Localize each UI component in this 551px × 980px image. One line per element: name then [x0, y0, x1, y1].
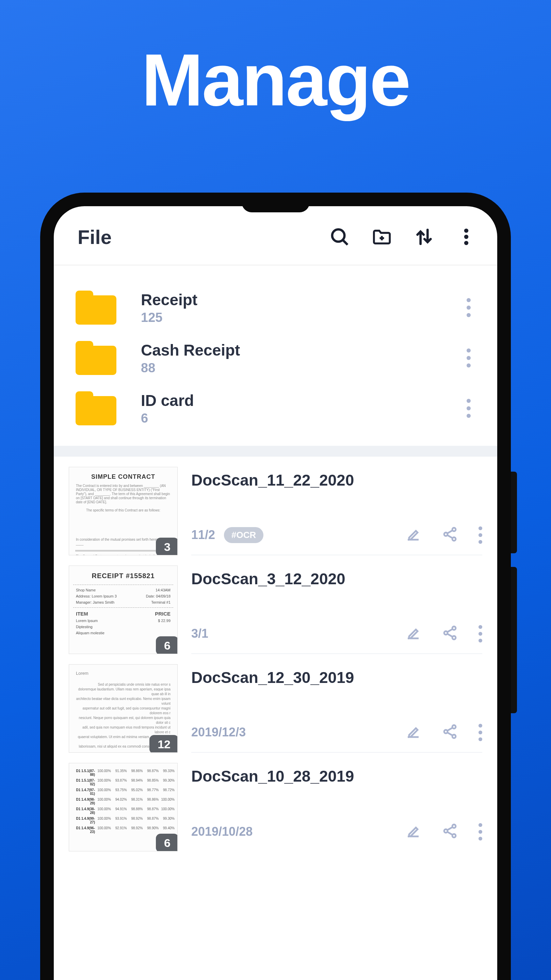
- thumb-title: SIMPLE CONTRACT: [69, 467, 177, 483]
- svg-line-26: [447, 832, 452, 835]
- svg-point-12: [452, 627, 456, 630]
- document-name: DocScan_11_22_2020: [191, 467, 482, 489]
- svg-line-10: [447, 530, 452, 533]
- hero-title: Manage: [0, 0, 551, 123]
- notch: [242, 206, 310, 212]
- svg-line-11: [447, 535, 452, 538]
- edit-icon[interactable]: [405, 625, 421, 643]
- folder-more-icon[interactable]: [462, 298, 475, 317]
- edit-icon[interactable]: [405, 823, 421, 840]
- document-item[interactable]: RECEIPT #155821 Shop Name14:43AM Address…: [54, 555, 497, 654]
- share-icon[interactable]: [442, 724, 458, 741]
- document-more-icon[interactable]: [478, 724, 482, 741]
- search-icon[interactable]: [329, 226, 350, 247]
- page-count-badge: 12: [150, 735, 178, 753]
- thumb-row: Lorem Ipsum$ 22.99: [69, 617, 177, 624]
- share-icon[interactable]: [442, 526, 458, 544]
- folder-icon: [76, 341, 116, 375]
- thumb-text: The specific terms of this Contract are …: [69, 505, 177, 513]
- document-thumbnail: Lorem Sed ut perspiciatis unde omnis ist…: [69, 664, 178, 753]
- thumb-row: D1 1.4.9(99-27)100.00%93.91%98.92%98.87%…: [69, 816, 177, 825]
- svg-line-15: [447, 629, 452, 632]
- folder-icon: [76, 391, 116, 425]
- phone-frame: File Receipt 125: [40, 192, 511, 980]
- folder-count: 125: [141, 310, 462, 325]
- svg-point-24: [452, 834, 456, 837]
- document-name: DocScan_12_30_2019: [191, 664, 482, 687]
- phone-side-button: [511, 567, 517, 713]
- more-icon[interactable]: [456, 226, 477, 247]
- svg-point-5: [464, 235, 468, 239]
- share-icon[interactable]: [442, 823, 458, 840]
- document-item[interactable]: Lorem Sed ut perspiciatis unde omnis ist…: [54, 654, 497, 753]
- thumb-row: D1 1.4.7(97-01)100.00%93.75%95.02%98.77%…: [69, 787, 177, 797]
- svg-point-6: [464, 241, 468, 245]
- svg-point-13: [444, 631, 447, 635]
- thumb-row: Shop Name14:43AM: [69, 587, 177, 593]
- folder-count: 6: [141, 411, 462, 426]
- add-folder-icon[interactable]: [371, 226, 392, 247]
- svg-point-17: [452, 725, 456, 729]
- thumb-row: D1 1.4.9(38-28)100.00%94.91%98.88%98.87%…: [69, 806, 177, 816]
- thumb-row: Manager: James SmithTerminal #1: [69, 599, 177, 605]
- folder-list: Receipt 125 Cash Receipt 88 ID card 6: [54, 266, 497, 446]
- svg-line-16: [447, 634, 452, 637]
- page-count-badge: 6: [156, 834, 178, 851]
- document-more-icon[interactable]: [478, 823, 482, 840]
- document-list: SIMPLE CONTRACT The Contract is entered …: [54, 457, 497, 851]
- folder-item[interactable]: Cash Receipt 88: [54, 333, 497, 383]
- svg-point-9: [452, 537, 456, 541]
- section-divider: [54, 446, 497, 457]
- thumb-row: Address: Lorem Ipsum 3Date: 04/09/18: [69, 593, 177, 599]
- folder-icon: [76, 291, 116, 325]
- folder-name: Cash Receipt: [141, 341, 462, 360]
- svg-point-0: [332, 229, 344, 242]
- document-more-icon[interactable]: [478, 625, 482, 643]
- svg-point-19: [452, 735, 456, 738]
- document-item[interactable]: SIMPLE CONTRACT The Contract is entered …: [54, 457, 497, 555]
- svg-point-23: [444, 829, 447, 833]
- thumb-row: Aliquam molestie: [69, 630, 177, 636]
- thumb-title: RECEIPT #155821: [69, 566, 177, 582]
- document-item[interactable]: D1 1.5.1(87-88)100.00%91.35%98.86%98.87%…: [54, 753, 497, 851]
- document-date: 2019/12/3: [191, 725, 246, 740]
- svg-line-1: [343, 240, 348, 245]
- sort-icon[interactable]: [414, 226, 435, 247]
- folder-count: 88: [141, 361, 462, 375]
- svg-point-7: [452, 528, 456, 531]
- thumb-text: The Contract is entered into by and betw…: [69, 483, 177, 505]
- svg-point-4: [464, 229, 468, 233]
- document-date: 11/2: [191, 528, 215, 542]
- folder-more-icon[interactable]: [462, 399, 475, 418]
- document-thumbnail: RECEIPT #155821 Shop Name14:43AM Address…: [69, 566, 178, 654]
- document-date: 3/1: [191, 627, 208, 641]
- thumb-row: D1 1.5.1(87-02)100.00%93.87%98.94%98.85%…: [69, 778, 177, 787]
- document-name: DocScan_3_12_2020: [191, 566, 482, 588]
- thumb-row: D1 1.5.1(87-88)100.00%91.35%98.86%98.87%…: [69, 768, 177, 778]
- thumb-row: D1 1.4.9(96-23)100.00%92.91%98.92%98.90%…: [69, 825, 177, 835]
- document-date: 2019/10/28: [191, 824, 253, 839]
- folder-more-icon[interactable]: [462, 348, 475, 368]
- folder-item[interactable]: Receipt 125: [54, 282, 497, 333]
- page-count-badge: 3: [156, 538, 178, 555]
- share-icon[interactable]: [442, 625, 458, 643]
- folder-item[interactable]: ID card 6: [54, 383, 497, 434]
- thumb-row: D1 1.4.9(98-29)100.00%94.02%98.31%98.86%…: [69, 797, 177, 806]
- svg-point-8: [444, 533, 447, 536]
- page-title: File: [78, 226, 308, 248]
- phone-side-button: [511, 472, 517, 553]
- page-count-badge: 6: [156, 636, 178, 654]
- edit-icon[interactable]: [405, 526, 421, 544]
- ocr-tag: #OCR: [224, 527, 263, 543]
- folder-name: Receipt: [141, 291, 462, 309]
- phone-screen: File Receipt 125: [54, 206, 497, 980]
- svg-line-25: [447, 827, 452, 830]
- thumb-title: Lorem: [69, 665, 177, 677]
- svg-point-18: [444, 730, 447, 733]
- app-header: File: [54, 206, 497, 266]
- document-thumbnail: SIMPLE CONTRACT The Contract is entered …: [69, 467, 178, 555]
- edit-icon[interactable]: [405, 724, 421, 741]
- document-name: DocScan_10_28_2019: [191, 763, 482, 785]
- svg-point-22: [452, 824, 456, 828]
- document-more-icon[interactable]: [478, 527, 482, 544]
